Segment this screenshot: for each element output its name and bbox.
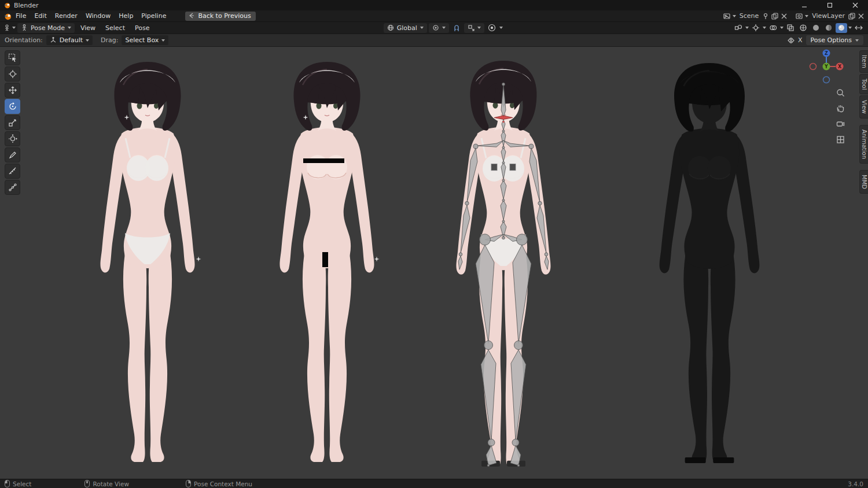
- mode-selector[interactable]: Pose Mode: [17, 23, 75, 33]
- drag-caret: [161, 39, 165, 42]
- tool-move[interactable]: [5, 83, 20, 98]
- snap-toggle[interactable]: [451, 23, 462, 33]
- shading-material-button[interactable]: [823, 23, 834, 33]
- drag-dropdown[interactable]: Select Box: [122, 35, 168, 45]
- navigation-gizmo[interactable]: Z X Y: [809, 49, 844, 84]
- mirror-x-label[interactable]: X: [798, 36, 803, 44]
- editor-type-icon[interactable]: [3, 24, 10, 31]
- unlink-scene-icon[interactable]: [781, 13, 788, 20]
- maximize-button[interactable]: [817, 0, 843, 10]
- menu-pose[interactable]: Pose: [131, 24, 153, 32]
- pose-mode-icon: [21, 24, 28, 31]
- model-character-wireframe[interactable]: [648, 61, 771, 464]
- pivot-point-dropdown[interactable]: [429, 23, 449, 33]
- gizmo-y-label: Y: [824, 64, 828, 69]
- shading-wireframe-icon: [799, 24, 807, 32]
- menu-pipeline[interactable]: Pipeline: [137, 12, 170, 20]
- viewlayer-icon[interactable]: [796, 13, 803, 20]
- status-select: Select: [5, 480, 31, 487]
- tab-animation[interactable]: Animation: [859, 125, 868, 164]
- orientation-value: Default: [60, 36, 83, 44]
- blender-menu-icon[interactable]: [3, 12, 12, 20]
- transform-orientation-dropdown[interactable]: Global: [384, 23, 427, 33]
- toggle-fullscreen-area-button[interactable]: [853, 23, 865, 33]
- tool-annotate[interactable]: [5, 147, 20, 162]
- tab-view[interactable]: View: [859, 95, 868, 119]
- status-rotate-view-label: Rotate View: [93, 480, 129, 487]
- back-to-previous-button[interactable]: Back to Previous: [185, 12, 255, 21]
- left-mouse-icon: [5, 480, 10, 487]
- proportional-falloff-caret[interactable]: [499, 27, 503, 29]
- gizmo-minus-z-axis[interactable]: [823, 77, 830, 83]
- tool-pose-breakdowner[interactable]: [5, 180, 20, 195]
- tool-select-box[interactable]: [5, 50, 20, 65]
- new-scene-icon[interactable]: [771, 13, 778, 20]
- shading-caret[interactable]: [848, 27, 852, 29]
- model-character-armature[interactable]: [446, 58, 561, 469]
- tool-cursor[interactable]: [5, 66, 20, 82]
- orientation-label: Orientation:: [5, 36, 43, 44]
- perspective-toggle-button[interactable]: [834, 133, 847, 146]
- show-object-types-button[interactable]: [733, 23, 744, 33]
- pose-options-button[interactable]: Pose Options: [806, 35, 863, 45]
- orientation-default-dropdown[interactable]: Default: [46, 35, 93, 45]
- overlays-toggle[interactable]: [767, 23, 779, 33]
- drag-label: Drag:: [101, 36, 118, 44]
- blender-logo-icon: [3, 2, 10, 9]
- pan-button[interactable]: [834, 102, 847, 115]
- tab-item[interactable]: Item: [859, 50, 868, 73]
- browse-scene-icon[interactable]: [723, 13, 730, 20]
- overlays-caret[interactable]: [780, 27, 784, 29]
- main-menubar: File Edit Render Window Help Pipeline Ba…: [0, 10, 868, 22]
- tool-transform[interactable]: [5, 131, 20, 146]
- menu-help[interactable]: Help: [115, 12, 137, 20]
- object-types-caret[interactable]: [745, 27, 749, 29]
- menu-render[interactable]: Render: [51, 12, 82, 20]
- tool-rotate[interactable]: [5, 99, 20, 114]
- tool-scale[interactable]: [5, 115, 20, 130]
- proportional-editing-toggle[interactable]: [486, 23, 498, 33]
- menu-edit[interactable]: Edit: [30, 12, 50, 20]
- model-character-textured[interactable]: [90, 60, 205, 464]
- menu-window[interactable]: Window: [82, 12, 115, 20]
- shading-rendered-button[interactable]: [836, 23, 847, 33]
- menu-file[interactable]: File: [12, 12, 30, 20]
- menu-select[interactable]: Select: [101, 24, 129, 32]
- orientation-caret: [420, 27, 424, 29]
- close-button[interactable]: [843, 0, 868, 10]
- mirror-icon[interactable]: [788, 37, 795, 44]
- editor-type-caret[interactable]: [12, 27, 16, 29]
- armature-bones[interactable]: [458, 83, 549, 467]
- zoom-button[interactable]: [834, 86, 847, 99]
- model-character-censored[interactable]: [269, 60, 385, 464]
- status-rotate-view: Rotate View: [84, 480, 129, 487]
- viewport-header: Pose Mode View Select Pose Global: [0, 22, 868, 34]
- viewlayer-name[interactable]: ViewLayer: [811, 12, 846, 20]
- gizmos-caret[interactable]: [763, 27, 766, 29]
- snap-caret: [477, 27, 481, 29]
- viewlayer-dropdown-caret[interactable]: [805, 15, 808, 17]
- scene-name[interactable]: Scene: [738, 12, 760, 20]
- shading-material-icon: [825, 24, 833, 32]
- tab-tool[interactable]: Tool: [859, 74, 868, 94]
- snap-settings-dropdown[interactable]: [464, 23, 484, 33]
- viewport-3d[interactable]: Z X Y Item Tool View Animation MMD: [0, 47, 868, 479]
- pin-scene-icon[interactable]: [762, 13, 769, 20]
- remove-viewlayer-icon[interactable]: [858, 13, 865, 20]
- shading-solid-button[interactable]: [810, 23, 822, 33]
- camera-view-button[interactable]: [834, 117, 847, 131]
- middle-mouse-icon: [84, 480, 90, 487]
- new-viewlayer-icon[interactable]: [848, 13, 855, 20]
- menu-view[interactable]: View: [76, 24, 100, 32]
- tool-measure[interactable]: [5, 164, 20, 179]
- shading-wireframe-button[interactable]: [797, 23, 809, 33]
- gizmos-toggle[interactable]: [750, 23, 762, 33]
- xray-toggle[interactable]: [785, 23, 796, 33]
- tab-mmd[interactable]: MMD: [859, 170, 868, 194]
- gizmo-minus-x-axis[interactable]: [810, 64, 816, 70]
- scene-dropdown-caret[interactable]: [733, 15, 736, 17]
- sidebar-tabs: Item Tool View Animation MMD: [859, 50, 868, 194]
- minimize-button[interactable]: [792, 0, 817, 10]
- object-types-icon: [734, 24, 742, 32]
- pose-options-label: Pose Options: [811, 36, 852, 44]
